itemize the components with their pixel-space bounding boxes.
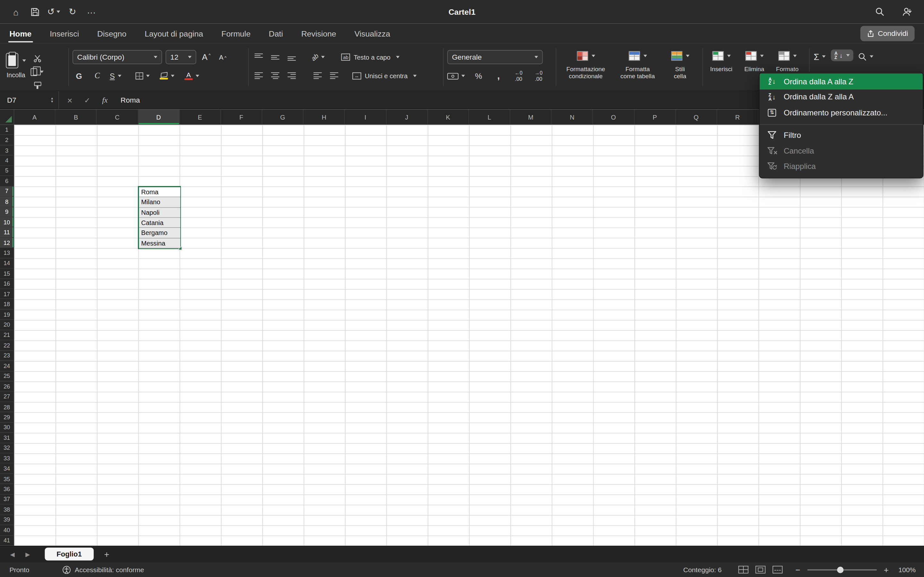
column-header-O[interactable]: O — [593, 110, 634, 124]
currency-chevron-icon[interactable] — [461, 75, 465, 77]
align-top-button[interactable] — [252, 50, 265, 64]
row-header-25[interactable]: 25 — [0, 371, 13, 382]
cell-styles-chevron-icon[interactable] — [686, 55, 689, 57]
row-header-28[interactable]: 28 — [0, 402, 13, 412]
align-bottom-button[interactable] — [285, 50, 298, 64]
orientation-button[interactable]: ab — [311, 50, 325, 64]
row-header-19[interactable]: 19 — [0, 309, 13, 320]
sheet-tab-foglio1[interactable]: Foglio1 — [45, 548, 94, 560]
delete-cells-chevron-icon[interactable] — [760, 55, 763, 57]
column-header-C[interactable]: C — [97, 110, 138, 124]
cancel-entry-icon[interactable]: × — [67, 95, 72, 105]
wrap-text-chevron-icon[interactable] — [396, 56, 399, 58]
increase-font-button[interactable]: A^ — [200, 50, 213, 64]
row-header-6[interactable]: 6 — [0, 176, 13, 187]
name-box-stepper[interactable]: ▲▼ — [50, 97, 53, 103]
row-header-20[interactable]: 20 — [0, 320, 13, 330]
row-header-40[interactable]: 40 — [0, 525, 13, 535]
decrease-indent-button[interactable] — [311, 69, 324, 83]
align-right-button[interactable] — [285, 69, 298, 83]
share-button[interactable]: Condividi — [860, 26, 915, 41]
wrap-text-button[interactable]: ab Testo a capo — [341, 50, 399, 64]
column-header-H[interactable]: H — [304, 110, 345, 124]
ribbon-tab-revisione[interactable]: Revisione — [301, 29, 336, 38]
column-header-N[interactable]: N — [552, 110, 593, 124]
column-header-P[interactable]: P — [634, 110, 676, 124]
ribbon-tab-home[interactable]: Home — [9, 29, 31, 38]
number-format-select[interactable]: Generale — [447, 50, 543, 64]
cell-styles-button[interactable]: Stili cella — [664, 47, 696, 91]
format-painter-button[interactable] — [31, 81, 44, 90]
ribbon-tab-layout-di-pagina[interactable]: Layout di pagina — [145, 29, 203, 38]
bold-button[interactable]: G — [73, 69, 86, 83]
cells-area[interactable]: RomaMilanoNapoliCataniaBergamoMessina — [14, 125, 924, 546]
ribbon-tab-formule[interactable]: Formule — [221, 29, 250, 38]
row-header-4[interactable]: 4 — [0, 155, 13, 166]
merge-center-button[interactable]: ↔ Unisci e centra — [352, 69, 417, 83]
formula-input[interactable]: Roma — [121, 96, 140, 104]
row-header-31[interactable]: 31 — [0, 433, 13, 443]
home-icon[interactable]: ⌂ — [8, 4, 24, 19]
find-chevron-icon[interactable] — [870, 55, 873, 58]
page-break-view-icon[interactable] — [772, 566, 782, 574]
underline-menu-chevron-icon[interactable] — [118, 75, 121, 77]
conditional-formatting-button[interactable]: Formattazione condizionale — [560, 47, 612, 91]
format-as-table-chevron-icon[interactable] — [643, 55, 647, 57]
row-header-24[interactable]: 24 — [0, 361, 13, 371]
italic-button[interactable]: C — [91, 69, 103, 83]
row-header-14[interactable]: 14 — [0, 258, 13, 269]
save-icon[interactable] — [27, 4, 42, 19]
row-header-11[interactable]: 11 — [0, 227, 13, 238]
zoom-slider[interactable] — [807, 569, 877, 570]
sort-filter-chevron-icon[interactable] — [846, 54, 850, 56]
zoom-slider-thumb[interactable] — [837, 566, 844, 573]
row-header-29[interactable]: 29 — [0, 412, 13, 422]
paste-menu-chevron-icon[interactable] — [23, 60, 26, 62]
underline-button[interactable]: S — [109, 69, 122, 83]
column-header-J[interactable]: J — [386, 110, 428, 124]
row-header-13[interactable]: 13 — [0, 248, 13, 258]
font-size-select[interactable]: 12 — [166, 50, 196, 64]
row-header-35[interactable]: 35 — [0, 474, 13, 484]
row-header-12[interactable]: 12 — [0, 238, 13, 248]
cell-D9[interactable]: Napoli — [139, 207, 180, 218]
menu-item-custom-sort[interactable]: ⇅Ordinamento personalizzato... — [760, 105, 923, 121]
row-header-23[interactable]: 23 — [0, 351, 13, 361]
cut-button[interactable] — [31, 53, 44, 63]
row-header-21[interactable]: 21 — [0, 330, 13, 340]
sheet-nav-left-icon[interactable]: ◀ — [7, 551, 18, 557]
ribbon-tab-disegno[interactable]: Disegno — [97, 29, 126, 38]
row-header-34[interactable]: 34 — [0, 464, 13, 474]
cell-D12[interactable]: Messina — [139, 239, 180, 249]
font-color-button[interactable]: A — [184, 69, 199, 83]
currency-format-button[interactable] — [447, 69, 465, 83]
row-header-22[interactable]: 22 — [0, 340, 13, 351]
row-header-26[interactable]: 26 — [0, 382, 13, 392]
insert-cells-button[interactable]: Inserisci — [706, 47, 736, 91]
format-cells-chevron-icon[interactable] — [793, 55, 796, 57]
row-header-16[interactable]: 16 — [0, 279, 13, 289]
confirm-entry-icon[interactable]: ✓ — [84, 95, 90, 105]
increase-indent-button[interactable] — [328, 69, 341, 83]
column-header-G[interactable]: G — [262, 110, 304, 124]
column-header-L[interactable]: L — [469, 110, 510, 124]
ribbon-tab-inserisci[interactable]: Inserisci — [50, 29, 79, 38]
column-header-Q[interactable]: Q — [676, 110, 717, 124]
borders-menu-chevron-icon[interactable] — [146, 75, 150, 77]
insert-function-icon[interactable]: fx — [102, 95, 107, 105]
ribbon-tab-dati[interactable]: Dati — [269, 29, 283, 38]
copy-button[interactable] — [31, 67, 44, 76]
row-header-18[interactable]: 18 — [0, 300, 13, 309]
cell-D7[interactable]: Roma — [139, 187, 180, 197]
row-header-15[interactable]: 15 — [0, 269, 13, 279]
decrease-decimal-button[interactable]: →0.00 — [532, 69, 545, 83]
align-left-button[interactable] — [252, 69, 265, 83]
zoom-in-button[interactable]: + — [884, 565, 889, 574]
format-as-table-button[interactable]: Formatta come tabella — [614, 47, 661, 91]
comma-format-button[interactable]: , — [492, 69, 505, 83]
percent-format-button[interactable]: % — [472, 69, 485, 83]
row-header-39[interactable]: 39 — [0, 515, 13, 525]
redo-button[interactable]: ↻ — [65, 4, 80, 19]
column-header-R[interactable]: R — [717, 110, 758, 124]
autosum-chevron-icon[interactable] — [822, 55, 825, 58]
